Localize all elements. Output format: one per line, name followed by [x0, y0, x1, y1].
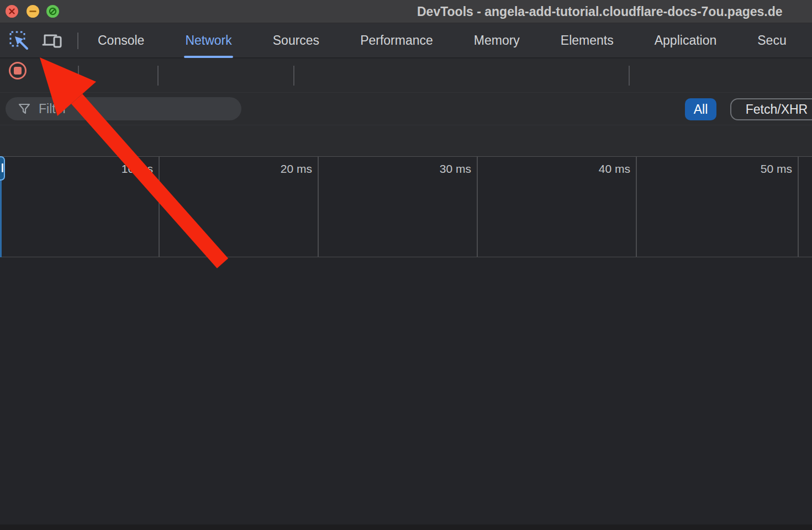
timeline-gridline	[159, 157, 160, 257]
network-toolbar: Preserve log Disable cache No throttling…	[0, 59, 812, 93]
zoom-window-icon[interactable]	[46, 5, 59, 18]
timeline-tick-50ms: 50 ms	[731, 162, 792, 176]
device-toolbar-icon	[40, 29, 64, 51]
tab-console[interactable]: Console	[98, 23, 144, 58]
tab-network[interactable]: Network	[185, 23, 231, 58]
request-type-fetch-xhr-button[interactable]: Fetch/XHR	[730, 98, 812, 120]
network-overview-timeline[interactable]: 10 ms 20 ms 30 ms 40 ms 50 ms	[0, 157, 812, 257]
inspect-cursor-icon	[8, 29, 30, 51]
toolbar-separator	[78, 66, 79, 86]
overview-window-edge[interactable]	[0, 181, 2, 257]
devtools-tabbar: Console Network Sources Performance Memo…	[0, 23, 812, 58]
close-window-icon[interactable]	[6, 5, 18, 18]
handle-grip-icon	[2, 163, 3, 172]
toolbar-separator	[157, 66, 159, 86]
panel-tabs: Console Network Sources Performance Memo…	[98, 23, 787, 58]
stop-recording-button[interactable]	[9, 62, 27, 80]
titlebar: DevTools - angela-add-tutorial.cloudflar…	[0, 0, 812, 23]
window-bottom-edge	[0, 524, 812, 530]
filter-funnel-icon	[18, 102, 31, 115]
timeline-tick-20ms: 20 ms	[251, 162, 312, 176]
window-title: DevTools - angela-add-tutorial.cloudflar…	[417, 0, 783, 23]
timeline-gridline	[798, 157, 799, 257]
network-filter-bar: Invert Hide data URLs Hide extension URL…	[0, 93, 812, 125]
timeline-gridline	[477, 157, 478, 257]
minimize-window-icon[interactable]	[27, 5, 39, 18]
requests-panel: Recordi Perform a request	[0, 257, 812, 530]
tab-sources[interactable]: Sources	[273, 23, 319, 58]
timeline-gridline	[318, 157, 319, 257]
filter-input[interactable]	[39, 102, 215, 116]
request-type-all-button[interactable]: All	[685, 98, 716, 120]
stop-square-icon	[14, 67, 22, 75]
tab-security[interactable]: Secu	[757, 23, 786, 58]
timeline-tick-40ms: 40 ms	[570, 162, 630, 176]
tab-memory[interactable]: Memory	[474, 23, 520, 58]
toggle-device-toolbar-button[interactable]	[40, 28, 64, 53]
overview-window-handle[interactable]	[0, 156, 5, 181]
inspect-element-button[interactable]	[7, 28, 31, 53]
timeline-gridline	[636, 157, 637, 257]
toolbar-separator	[293, 66, 294, 86]
network-filter-bar-2: Blocked requests 3rd-party requests	[0, 125, 812, 157]
timeline-tick-30ms: 30 ms	[410, 162, 471, 176]
tabbar-separator	[77, 33, 78, 49]
filter-input-pill[interactable]	[6, 97, 241, 120]
timeline-tick-10ms: 10 ms	[92, 162, 153, 176]
devtools-window: DevTools - angela-add-tutorial.cloudflar…	[0, 0, 812, 530]
toolbar-separator	[629, 66, 630, 86]
tab-application[interactable]: Application	[655, 23, 717, 58]
tab-performance[interactable]: Performance	[360, 23, 433, 58]
tab-elements[interactable]: Elements	[561, 23, 614, 58]
